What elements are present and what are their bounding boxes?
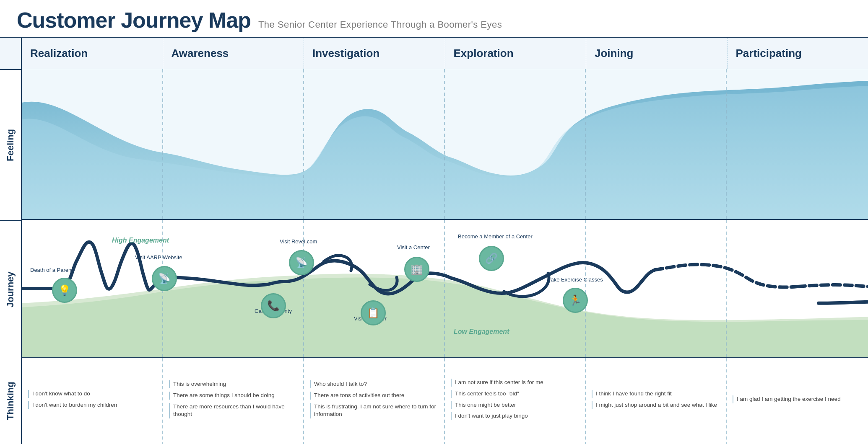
- thinking-item: I don't want to just play bingo: [451, 412, 579, 420]
- thinking-joining: I think I have found the right fit I mig…: [585, 358, 726, 444]
- phase-awareness: Awareness: [163, 38, 304, 69]
- thinking-section: I don't know what to do I don't want to …: [22, 358, 868, 444]
- thinking-label: Thinking: [0, 358, 21, 444]
- thinking-participating: I am glad I am getting the exercise I ne…: [726, 358, 868, 444]
- high-engagement-label: High Engagement: [112, 237, 169, 244]
- page-title: Customer Journey Map: [17, 8, 251, 33]
- page-container: Customer Journey Map The Senior Center E…: [0, 0, 868, 444]
- node-visit-revel-label: Visit Revel.com: [280, 238, 317, 245]
- thinking-item: This one might be better: [451, 401, 579, 409]
- thinking-item: I am glad I am getting the exercise I ne…: [733, 395, 862, 403]
- thinking-item: This is frustrating. I am not sure where…: [310, 403, 438, 419]
- thinking-awareness: This is overwhelming There are some thin…: [163, 358, 304, 444]
- phase-realization: Realization: [22, 38, 163, 69]
- header: Customer Journey Map The Senior Center E…: [0, 0, 868, 38]
- thinking-investigation: Who should I talk to? There are tons of …: [304, 358, 444, 444]
- feeling-chart: [22, 69, 868, 220]
- page-subtitle: The Senior Center Experience Through a B…: [258, 19, 502, 30]
- thinking-item: There are some things I should be doing: [169, 392, 297, 400]
- phases-bar-spacer: [0, 38, 22, 69]
- low-engagement-label: Low Engagement: [454, 328, 509, 336]
- phase-investigation: Investigation: [304, 38, 445, 69]
- node-visit-center-lower: 📋: [361, 300, 386, 325]
- node-visit-revel: 📡: [289, 250, 314, 275]
- thinking-item: I might just shop around a bit and see w…: [592, 401, 720, 409]
- main-content: Feeling Journey Thinking: [0, 69, 868, 444]
- thinking-item: Who should I talk to?: [310, 380, 438, 388]
- node-death-parent: 💡: [52, 278, 77, 303]
- feeling-section: [22, 69, 868, 220]
- node-take-exercise: 🏃: [563, 288, 588, 313]
- node-visit-center-upper: 🏢: [404, 257, 429, 282]
- thinking-item: I am not sure if this center is for me: [451, 379, 579, 387]
- node-visit-aarp-label: Visit AARP Website: [135, 254, 182, 261]
- journey-section: 💡 Death of a Parent 📡 Visit AARP Website…: [22, 220, 868, 358]
- thinking-item: I don't know what to do: [28, 390, 156, 398]
- thinking-realization: I don't know what to do I don't want to …: [22, 358, 163, 444]
- thinking-item: There are tons of activities out there: [310, 392, 438, 400]
- thinking-item: This center feels too "old": [451, 390, 579, 398]
- phase-joining: Joining: [586, 38, 728, 69]
- phase-participating: Participating: [728, 38, 868, 69]
- node-visit-center-upper-label: Visit a Center: [397, 244, 430, 250]
- journey-label: Journey: [0, 220, 21, 358]
- feeling-label: Feeling: [0, 69, 21, 220]
- thinking-exploration: I am not sure if this center is for me T…: [444, 358, 585, 444]
- thinking-item: This is overwhelming: [169, 380, 297, 388]
- node-become-member: 🔗: [479, 246, 504, 271]
- row-labels: Feeling Journey Thinking: [0, 69, 22, 444]
- node-call-county: 📞: [261, 293, 286, 318]
- thinking-item: I don't want to burden my children: [28, 401, 156, 409]
- thinking-item: I think I have found the right fit: [592, 390, 720, 398]
- node-become-member-label: Become a Member of a Center: [458, 233, 533, 240]
- thinking-item: There are more resources than I would ha…: [169, 403, 297, 419]
- phase-exploration: Exploration: [445, 38, 587, 69]
- content-area: 💡 Death of a Parent 📡 Visit AARP Website…: [22, 69, 868, 444]
- node-visit-aarp: 📡: [152, 266, 177, 291]
- node-death-parent-label: Death of a Parent: [30, 267, 73, 273]
- node-take-exercise-label: Take Exercise Classes: [548, 276, 603, 283]
- phases-bar: Realization Awareness Investigation Expl…: [0, 38, 868, 69]
